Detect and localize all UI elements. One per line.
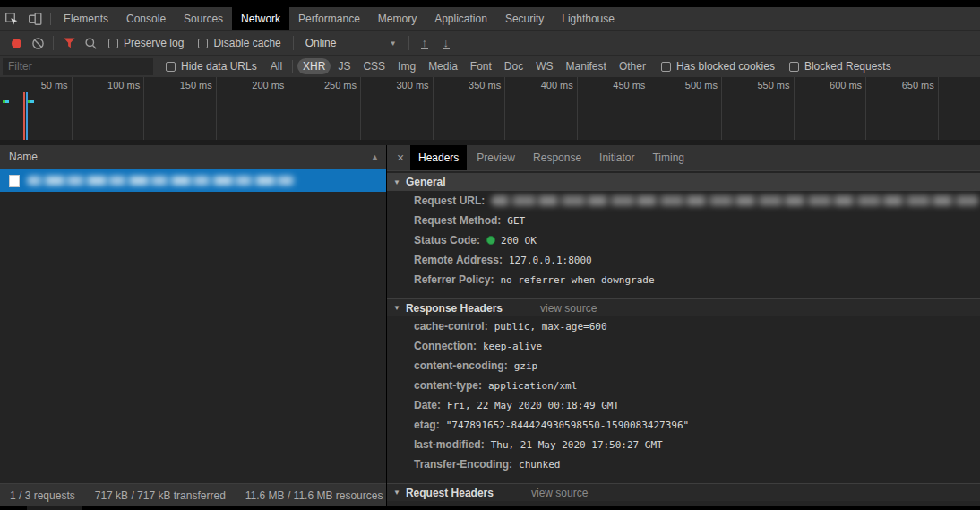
has-blocked-cookies-checkbox[interactable] bbox=[661, 62, 671, 72]
request-view-source-link[interactable]: view source bbox=[531, 487, 588, 499]
network-overview-timeline[interactable]: 50 ms 100 ms 150 ms 200 ms 250 ms 300 ms… bbox=[0, 77, 980, 145]
tab-performance[interactable]: Performance bbox=[289, 7, 369, 30]
type-filter-css[interactable]: CSS bbox=[357, 58, 391, 74]
type-filter-img[interactable]: Img bbox=[392, 58, 421, 74]
import-har-icon[interactable]: ↑ bbox=[414, 33, 435, 53]
tab-response[interactable]: Response bbox=[525, 145, 589, 170]
filter-input[interactable] bbox=[3, 58, 153, 75]
resources-size: 11.6 MB / 11.6 MB resources bbox=[236, 489, 393, 502]
preserve-log-checkbox[interactable] bbox=[108, 39, 118, 48]
name-column-label: Name bbox=[9, 151, 38, 163]
tab-sources[interactable]: Sources bbox=[175, 7, 232, 30]
type-filter-ws[interactable]: WS bbox=[530, 58, 558, 74]
tab-memory[interactable]: Memory bbox=[369, 7, 426, 30]
header-value: chunked bbox=[519, 459, 560, 471]
type-filter-font[interactable]: Font bbox=[465, 58, 497, 74]
status-ok-icon bbox=[486, 236, 495, 245]
header-row-content-type: content-type: application/xml bbox=[387, 376, 980, 395]
timeline-tick: 50 ms bbox=[0, 77, 73, 140]
throttling-dropdown[interactable]: Online ▼ bbox=[298, 37, 404, 49]
timeline-tick: 150 ms bbox=[144, 77, 217, 140]
timeline-tick: 300 ms bbox=[361, 77, 434, 140]
export-har-icon[interactable]: ↓ bbox=[435, 33, 457, 53]
hide-data-urls-label: Hide data URLs bbox=[181, 60, 257, 73]
header-key: Remote Address: bbox=[414, 254, 503, 266]
transferred-size: 717 kB / 717 kB transferred bbox=[85, 489, 236, 502]
header-row-date: Date: Fri, 22 May 2020 00:18:49 GMT bbox=[387, 395, 980, 415]
waterfall-request-bar bbox=[28, 100, 34, 103]
header-row-etag: etag: "747891652-844424930598550-1590083… bbox=[387, 415, 980, 435]
disable-cache-checkbox[interactable] bbox=[198, 39, 208, 48]
request-row-selected[interactable] bbox=[0, 169, 386, 192]
throttling-value: Online bbox=[305, 37, 337, 49]
hide-data-urls-checkbox[interactable] bbox=[166, 62, 176, 72]
file-icon bbox=[9, 175, 20, 187]
header-value: keep-alive bbox=[483, 341, 542, 352]
type-filter-doc[interactable]: Doc bbox=[499, 58, 529, 74]
type-filter-manifest[interactable]: Manifest bbox=[561, 58, 612, 74]
type-filter-media[interactable]: Media bbox=[423, 58, 463, 74]
blocked-requests-label: Blocked Requests bbox=[804, 60, 891, 73]
load-event-line bbox=[23, 92, 25, 140]
tab-lighthouse[interactable]: Lighthouse bbox=[553, 7, 623, 30]
header-key: Transfer-Encoding: bbox=[414, 458, 512, 471]
response-headers-section-header[interactable]: ▼ Response Headers view source bbox=[387, 298, 980, 316]
tab-console[interactable]: Console bbox=[117, 7, 175, 30]
record-icon[interactable] bbox=[5, 33, 27, 53]
blocked-requests-toggle[interactable]: Blocked Requests bbox=[789, 60, 891, 73]
header-value: "747891652-844424930598550-1590083427396… bbox=[446, 419, 690, 431]
domcontentloaded-event-line bbox=[26, 92, 28, 140]
has-blocked-cookies-toggle[interactable]: Has blocked cookies bbox=[661, 60, 775, 73]
header-value: gzip bbox=[514, 360, 538, 372]
request-headers-section-header[interactable]: ▼ Request Headers view source bbox=[387, 483, 980, 501]
preserve-log-toggle[interactable]: Preserve log bbox=[108, 37, 184, 49]
general-section-header[interactable]: ▼ General bbox=[387, 173, 980, 191]
toolbar-divider bbox=[408, 36, 409, 50]
clear-icon[interactable] bbox=[27, 33, 48, 53]
header-key: content-type: bbox=[414, 379, 482, 392]
header-value: no-referrer-when-downgrade bbox=[500, 274, 654, 286]
name-column-header[interactable]: Name ▲ bbox=[0, 145, 386, 169]
chevron-down-icon: ▼ bbox=[390, 39, 397, 48]
triangle-down-icon: ▼ bbox=[393, 304, 400, 312]
header-row-request-url: Request URL: bbox=[387, 191, 980, 211]
request-name-redacted bbox=[27, 176, 296, 186]
filter-icon[interactable] bbox=[58, 33, 80, 53]
network-filter-bar: Hide data URLs All XHR JS CSS Img Media … bbox=[0, 55, 980, 77]
header-key: Request Method: bbox=[414, 214, 501, 227]
tab-elements[interactable]: Elements bbox=[55, 7, 117, 30]
type-filter-all[interactable]: All bbox=[265, 58, 288, 74]
preserve-log-label: Preserve log bbox=[124, 37, 184, 49]
response-view-source-link[interactable]: view source bbox=[540, 302, 597, 315]
tab-security[interactable]: Security bbox=[496, 7, 553, 30]
resource-type-filters: All XHR JS CSS Img Media Font Doc WS Man… bbox=[264, 58, 652, 74]
timeline-tick: 350 ms bbox=[434, 77, 506, 140]
network-main-area: Name ▲ 1 / 3 requests 717 kB / 717 kB tr… bbox=[0, 145, 980, 506]
header-row-content-encoding: content-encoding: gzip bbox=[387, 356, 980, 376]
request-url-value-redacted bbox=[491, 195, 980, 206]
header-key: Referrer Policy: bbox=[414, 273, 494, 286]
inspect-element-icon[interactable] bbox=[0, 7, 23, 30]
close-icon[interactable]: × bbox=[391, 145, 410, 170]
search-icon[interactable] bbox=[80, 33, 101, 53]
blocked-requests-checkbox[interactable] bbox=[789, 62, 799, 72]
tab-application[interactable]: Application bbox=[426, 7, 496, 30]
type-filter-other[interactable]: Other bbox=[614, 58, 651, 74]
tab-headers[interactable]: Headers bbox=[410, 145, 467, 170]
tab-timing[interactable]: Timing bbox=[644, 145, 692, 170]
devtools-tab-bar: Elements Console Sources Network Perform… bbox=[0, 7, 980, 30]
tab-preview[interactable]: Preview bbox=[469, 145, 523, 170]
disable-cache-toggle[interactable]: Disable cache bbox=[198, 37, 280, 49]
header-key: content-encoding: bbox=[414, 359, 508, 372]
disable-cache-label: Disable cache bbox=[213, 37, 280, 49]
general-section-title: General bbox=[406, 176, 446, 188]
bottom-black-strip bbox=[0, 506, 980, 510]
type-filter-xhr[interactable]: XHR bbox=[297, 58, 331, 74]
type-filter-js[interactable]: JS bbox=[332, 58, 356, 74]
hide-data-urls-toggle[interactable]: Hide data URLs bbox=[166, 60, 257, 73]
tab-network[interactable]: Network bbox=[232, 7, 289, 30]
header-row-transfer-encoding: Transfer-Encoding: chunked bbox=[387, 454, 980, 474]
toggle-device-toolbar-icon[interactable] bbox=[23, 7, 47, 30]
has-blocked-cookies-label: Has blocked cookies bbox=[676, 60, 775, 73]
tab-initiator[interactable]: Initiator bbox=[591, 145, 642, 170]
